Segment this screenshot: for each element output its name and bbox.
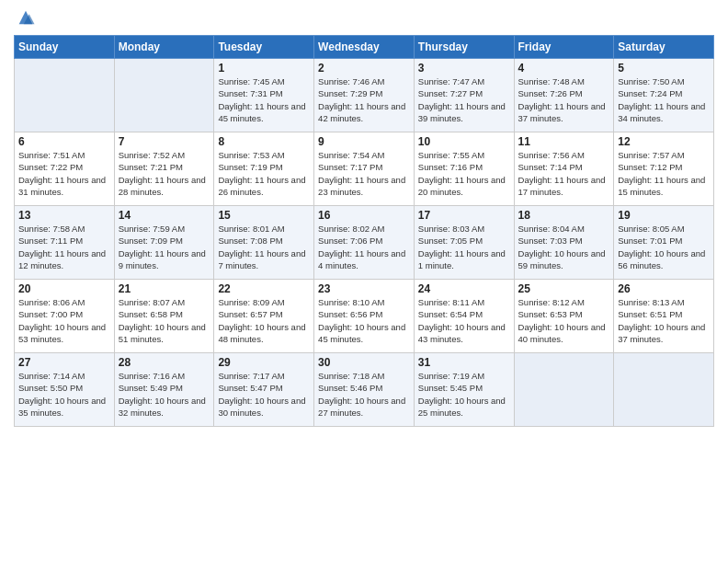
calendar-cell: 28Sunrise: 7:16 AM Sunset: 5:49 PM Dayli… [114, 353, 214, 427]
day-number: 2 [318, 62, 410, 75]
calendar-cell: 20Sunrise: 8:06 AM Sunset: 7:00 PM Dayli… [15, 280, 115, 353]
calendar-cell: 1Sunrise: 7:45 AM Sunset: 7:31 PM Daylig… [214, 59, 314, 132]
calendar-week-row: 1Sunrise: 7:45 AM Sunset: 7:31 PM Daylig… [15, 59, 714, 132]
day-info: Sunrise: 8:02 AM Sunset: 7:06 PM Dayligh… [318, 223, 410, 271]
calendar-cell: 6Sunrise: 7:51 AM Sunset: 7:22 PM Daylig… [15, 132, 115, 206]
calendar-cell: 24Sunrise: 8:11 AM Sunset: 6:54 PM Dayli… [414, 280, 514, 353]
day-number: 6 [18, 135, 110, 148]
calendar-cell: 13Sunrise: 7:58 AM Sunset: 7:11 PM Dayli… [15, 206, 115, 280]
calendar-week-row: 27Sunrise: 7:14 AM Sunset: 5:50 PM Dayli… [15, 353, 714, 427]
day-of-week-header: Friday [514, 36, 614, 59]
calendar-cell: 31Sunrise: 7:19 AM Sunset: 5:45 PM Dayli… [414, 353, 514, 427]
header [14, 9, 714, 28]
day-of-week-header: Saturday [614, 36, 714, 59]
day-info: Sunrise: 7:17 AM Sunset: 5:47 PM Dayligh… [218, 370, 310, 419]
calendar-cell: 30Sunrise: 7:18 AM Sunset: 5:46 PM Dayli… [314, 353, 415, 427]
calendar-cell: 11Sunrise: 7:56 AM Sunset: 7:14 PM Dayli… [514, 132, 614, 206]
day-number: 23 [318, 282, 410, 295]
day-number: 20 [18, 282, 110, 295]
day-info: Sunrise: 8:11 AM Sunset: 6:54 PM Dayligh… [418, 296, 510, 345]
day-number: 21 [119, 282, 210, 295]
day-number: 3 [418, 62, 510, 75]
calendar-cell: 14Sunrise: 7:59 AM Sunset: 7:09 PM Dayli… [114, 206, 214, 280]
day-info: Sunrise: 7:45 AM Sunset: 7:31 PM Dayligh… [218, 75, 310, 124]
day-number: 22 [218, 282, 310, 295]
day-number: 15 [218, 209, 310, 222]
day-number: 7 [119, 135, 210, 148]
calendar-cell: 2Sunrise: 7:46 AM Sunset: 7:29 PM Daylig… [314, 59, 415, 132]
calendar-week-row: 6Sunrise: 7:51 AM Sunset: 7:22 PM Daylig… [15, 132, 714, 206]
day-info: Sunrise: 7:48 AM Sunset: 7:26 PM Dayligh… [518, 75, 610, 124]
logo [14, 9, 36, 28]
day-info: Sunrise: 7:59 AM Sunset: 7:09 PM Dayligh… [119, 223, 210, 271]
day-info: Sunrise: 8:13 AM Sunset: 6:51 PM Dayligh… [618, 296, 710, 345]
day-info: Sunrise: 7:51 AM Sunset: 7:22 PM Dayligh… [18, 149, 110, 198]
calendar-cell [15, 59, 115, 132]
day-number: 11 [518, 135, 610, 148]
calendar-cell: 22Sunrise: 8:09 AM Sunset: 6:57 PM Dayli… [214, 280, 314, 353]
calendar-cell [514, 353, 614, 427]
day-of-week-header: Tuesday [214, 36, 314, 59]
page-container: SundayMondayTuesdayWednesdayThursdayFrid… [0, 0, 728, 436]
calendar-cell: 15Sunrise: 8:01 AM Sunset: 7:08 PM Dayli… [214, 206, 314, 280]
calendar-cell: 18Sunrise: 8:04 AM Sunset: 7:03 PM Dayli… [514, 206, 614, 280]
calendar-week-row: 20Sunrise: 8:06 AM Sunset: 7:00 PM Dayli… [15, 280, 714, 353]
day-info: Sunrise: 7:19 AM Sunset: 5:45 PM Dayligh… [418, 370, 510, 419]
day-number: 30 [318, 356, 410, 369]
calendar-cell: 3Sunrise: 7:47 AM Sunset: 7:27 PM Daylig… [414, 59, 514, 132]
calendar-cell: 27Sunrise: 7:14 AM Sunset: 5:50 PM Dayli… [15, 353, 115, 427]
day-info: Sunrise: 7:46 AM Sunset: 7:29 PM Dayligh… [318, 75, 410, 124]
calendar-cell: 4Sunrise: 7:48 AM Sunset: 7:26 PM Daylig… [514, 59, 614, 132]
calendar-table: SundayMondayTuesdayWednesdayThursdayFrid… [14, 35, 714, 427]
day-info: Sunrise: 7:14 AM Sunset: 5:50 PM Dayligh… [18, 370, 110, 419]
day-info: Sunrise: 7:47 AM Sunset: 7:27 PM Dayligh… [418, 75, 510, 124]
day-of-week-header: Thursday [414, 36, 514, 59]
day-number: 17 [418, 209, 510, 222]
calendar-cell: 23Sunrise: 8:10 AM Sunset: 6:56 PM Dayli… [314, 280, 415, 353]
day-number: 9 [318, 135, 410, 148]
calendar-cell: 10Sunrise: 7:55 AM Sunset: 7:16 PM Dayli… [414, 132, 514, 206]
day-info: Sunrise: 7:54 AM Sunset: 7:17 PM Dayligh… [318, 149, 410, 198]
day-info: Sunrise: 7:18 AM Sunset: 5:46 PM Dayligh… [318, 370, 410, 419]
day-info: Sunrise: 8:07 AM Sunset: 6:58 PM Dayligh… [119, 296, 210, 345]
day-number: 28 [119, 356, 210, 369]
day-of-week-header: Monday [114, 36, 214, 59]
calendar-cell: 8Sunrise: 7:53 AM Sunset: 7:19 PM Daylig… [214, 132, 314, 206]
day-number: 24 [418, 282, 510, 295]
day-number: 26 [618, 282, 710, 295]
day-number: 8 [218, 135, 310, 148]
calendar-cell: 25Sunrise: 8:12 AM Sunset: 6:53 PM Dayli… [514, 280, 614, 353]
calendar-cell: 26Sunrise: 8:13 AM Sunset: 6:51 PM Dayli… [614, 280, 714, 353]
calendar-cell [614, 353, 714, 427]
day-number: 14 [119, 209, 210, 222]
day-number: 27 [18, 356, 110, 369]
day-number: 1 [218, 62, 310, 75]
day-number: 4 [518, 62, 610, 75]
day-info: Sunrise: 8:12 AM Sunset: 6:53 PM Dayligh… [518, 296, 610, 345]
day-number: 10 [418, 135, 510, 148]
day-info: Sunrise: 7:53 AM Sunset: 7:19 PM Dayligh… [218, 149, 310, 198]
day-number: 19 [618, 209, 710, 222]
calendar-cell: 21Sunrise: 8:07 AM Sunset: 6:58 PM Dayli… [114, 280, 214, 353]
day-info: Sunrise: 7:57 AM Sunset: 7:12 PM Dayligh… [618, 149, 710, 198]
day-info: Sunrise: 7:52 AM Sunset: 7:21 PM Dayligh… [119, 149, 210, 198]
day-number: 18 [518, 209, 610, 222]
day-info: Sunrise: 7:50 AM Sunset: 7:24 PM Dayligh… [618, 75, 710, 124]
day-number: 16 [318, 209, 410, 222]
calendar-cell [114, 59, 214, 132]
day-info: Sunrise: 8:06 AM Sunset: 7:00 PM Dayligh… [18, 296, 110, 345]
day-info: Sunrise: 7:56 AM Sunset: 7:14 PM Dayligh… [518, 149, 610, 198]
day-of-week-header: Wednesday [314, 36, 415, 59]
day-number: 29 [218, 356, 310, 369]
day-info: Sunrise: 8:03 AM Sunset: 7:05 PM Dayligh… [418, 223, 510, 271]
day-info: Sunrise: 7:55 AM Sunset: 7:16 PM Dayligh… [418, 149, 510, 198]
day-info: Sunrise: 7:16 AM Sunset: 5:49 PM Dayligh… [119, 370, 210, 419]
day-info: Sunrise: 8:10 AM Sunset: 6:56 PM Dayligh… [318, 296, 410, 345]
day-info: Sunrise: 7:58 AM Sunset: 7:11 PM Dayligh… [18, 223, 110, 271]
calendar-week-row: 13Sunrise: 7:58 AM Sunset: 7:11 PM Dayli… [15, 206, 714, 280]
day-info: Sunrise: 8:05 AM Sunset: 7:01 PM Dayligh… [618, 223, 710, 271]
day-info: Sunrise: 8:04 AM Sunset: 7:03 PM Dayligh… [518, 223, 610, 271]
header-row: SundayMondayTuesdayWednesdayThursdayFrid… [15, 36, 714, 59]
calendar-cell: 5Sunrise: 7:50 AM Sunset: 7:24 PM Daylig… [614, 59, 714, 132]
calendar-cell: 17Sunrise: 8:03 AM Sunset: 7:05 PM Dayli… [414, 206, 514, 280]
